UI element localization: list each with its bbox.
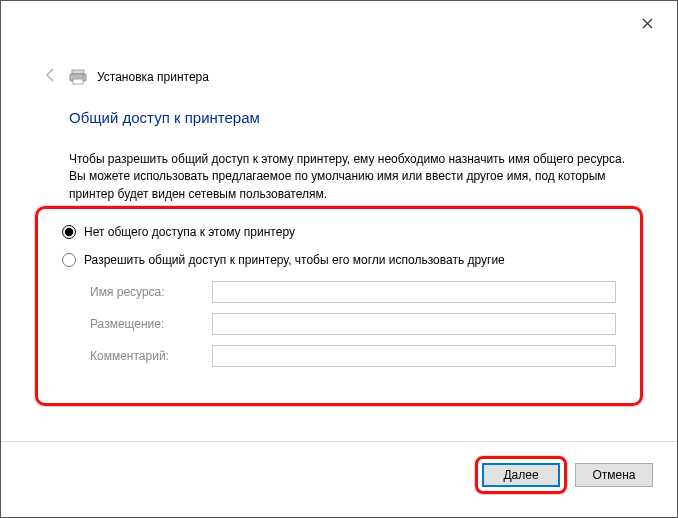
back-arrow-icon[interactable] [43, 67, 59, 87]
field-row-comment: Комментарий: [62, 345, 616, 367]
field-row-share-name: Имя ресурса: [62, 281, 616, 303]
radio-share-label: Разрешить общий доступ к принтеру, чтобы… [84, 253, 505, 267]
wizard-window: { "header": { "wizard_title": "Установка… [1, 1, 677, 517]
close-button[interactable] [629, 9, 665, 37]
printer-icon [69, 69, 87, 85]
share-name-label: Имя ресурса: [62, 285, 212, 299]
button-bar: Далее Отмена [475, 456, 653, 494]
separator [1, 441, 677, 442]
radio-no-share[interactable]: Нет общего доступа к этому принтеру [62, 225, 616, 239]
next-button[interactable]: Далее [482, 463, 560, 487]
page-heading: Общий доступ к принтерам [69, 109, 260, 126]
next-button-highlight: Далее [475, 456, 567, 494]
field-row-location: Размещение: [62, 313, 616, 335]
cancel-button[interactable]: Отмена [575, 463, 653, 487]
radio-share-input[interactable] [62, 253, 76, 267]
comment-label: Комментарий: [62, 349, 212, 363]
svg-rect-2 [73, 79, 83, 84]
comment-input[interactable] [212, 345, 616, 367]
close-icon [642, 18, 653, 29]
wizard-title: Установка принтера [97, 70, 209, 84]
share-name-input[interactable] [212, 281, 616, 303]
svg-point-3 [82, 76, 84, 78]
location-label: Размещение: [62, 317, 212, 331]
radio-no-share-label: Нет общего доступа к этому принтеру [84, 225, 295, 239]
page-description: Чтобы разрешить общий доступ к этому при… [69, 151, 629, 203]
radio-share[interactable]: Разрешить общий доступ к принтеру, чтобы… [62, 253, 616, 267]
svg-rect-0 [72, 70, 84, 74]
radio-no-share-input[interactable] [62, 225, 76, 239]
sharing-options-panel: Нет общего доступа к этому принтеру Разр… [35, 206, 643, 406]
location-input[interactable] [212, 313, 616, 335]
